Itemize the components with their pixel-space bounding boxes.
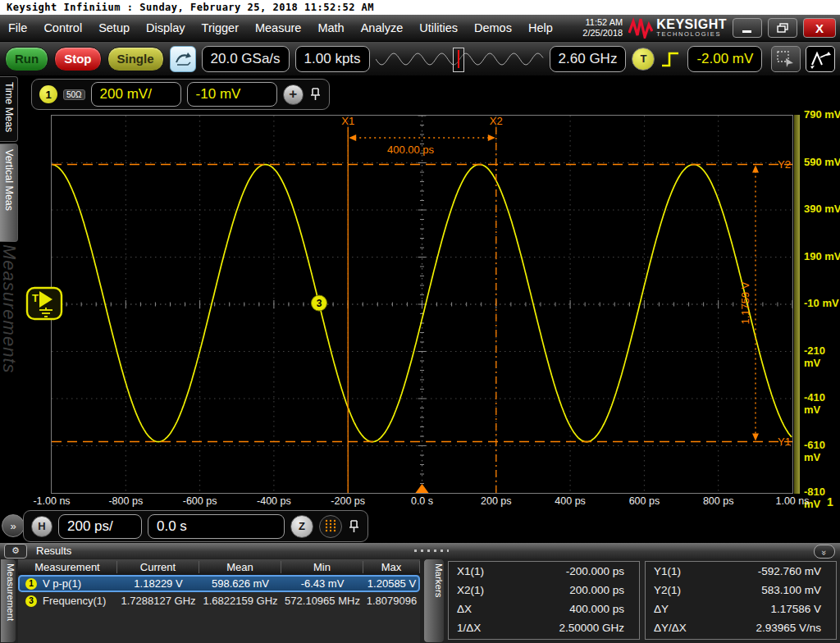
measurement-current: 1.18229 V bbox=[117, 577, 199, 590]
x-axis-tick-label: 400 ps bbox=[555, 495, 586, 507]
y-axis-tick-label: 790 mV bbox=[804, 108, 840, 121]
y-axis-tick-label: -10 mV bbox=[804, 297, 840, 310]
menu-item-help[interactable]: Help bbox=[520, 15, 561, 41]
measurement-mean: 598.626 mV bbox=[199, 577, 281, 590]
marker-label: X2(1) bbox=[449, 584, 509, 596]
trigger-level-field[interactable]: -2.00 mV bbox=[687, 46, 762, 72]
chevron-right-icon: » bbox=[10, 520, 16, 532]
rising-edge-icon[interactable] bbox=[660, 48, 682, 70]
trigger-level-icon[interactable]: T bbox=[25, 286, 64, 321]
channel-1-badge[interactable]: 1 bbox=[39, 85, 57, 103]
marker-label: Y1(1) bbox=[646, 565, 706, 577]
hpos-cursor[interactable] bbox=[453, 48, 464, 72]
marker-readout-row: ΔY/ΔX2.93965 V/ns bbox=[646, 618, 836, 637]
window-title: Keysight Infiniium : Sunday, February 25… bbox=[0, 0, 840, 15]
menu-item-trigger[interactable]: Trigger bbox=[194, 15, 247, 41]
horizontal-position-widget[interactable] bbox=[376, 45, 544, 73]
zoom-button[interactable]: Z bbox=[290, 515, 313, 538]
marker-label: ΔX bbox=[449, 603, 509, 615]
brand-text: KEYSIGHT TECHNOLOGIES bbox=[656, 18, 727, 38]
x-axis-tick-label: -200 ps bbox=[331, 495, 365, 507]
results-panel: ⚙ Results » Measurement « MeasurementCur… bbox=[0, 543, 840, 643]
y-axis-tick-label: 590 mV bbox=[804, 156, 840, 169]
column-header-current: Current bbox=[117, 561, 199, 573]
clock: 11:52 AM 2/25/2018 bbox=[582, 17, 623, 39]
waveform-plot[interactable]: X1X2Y2Y1400.00 ps1.1759 V3 bbox=[51, 115, 793, 494]
single-button[interactable]: Single bbox=[107, 47, 164, 71]
chevron-collapse-icon: » bbox=[819, 550, 829, 553]
menu-item-control[interactable]: Control bbox=[35, 15, 90, 41]
marker-label: 1/ΔX bbox=[449, 622, 509, 634]
brand-subtitle: TECHNOLOGIES bbox=[656, 31, 727, 38]
y1-marker-label: Y1 bbox=[778, 436, 791, 448]
measurement-row[interactable]: 3Frequency(1)1.7288127 GHz1.6822159 GHz5… bbox=[18, 592, 420, 609]
measurement-name-cell: 3Frequency(1) bbox=[18, 595, 117, 607]
marker-value: 2.93965 V/ns bbox=[706, 622, 821, 634]
minimize-button[interactable] bbox=[733, 18, 762, 38]
y-axis-tick-label: 190 mV bbox=[804, 250, 840, 263]
waveform-area: Time Meas Vertical Meas Measurements 1 5… bbox=[0, 76, 840, 543]
marker-value: 1.17586 V bbox=[706, 603, 821, 615]
restore-button[interactable] bbox=[768, 18, 797, 38]
segmented-display-button[interactable] bbox=[319, 515, 342, 538]
measurement-min: -6.43 mV bbox=[281, 577, 363, 590]
measurement-name-cell: 1V p-p(1) bbox=[18, 577, 117, 590]
menu-item-demos[interactable]: Demos bbox=[466, 15, 520, 41]
tab-measurement[interactable]: Measurement bbox=[0, 559, 16, 643]
results-settings-button[interactable]: ⚙ bbox=[4, 544, 27, 559]
marker-y-readouts: Y1(1)-592.760 mVY2(1)583.100 mVΔY1.17586… bbox=[645, 561, 837, 640]
measurement-name: Frequency(1) bbox=[43, 595, 106, 607]
timebase-position-field[interactable]: 0.0 s bbox=[148, 514, 285, 539]
marker-readout-row: X1(1)-200.000 ps bbox=[449, 562, 639, 581]
waveform-zoom-button[interactable] bbox=[806, 46, 835, 72]
menu-item-setup[interactable]: Setup bbox=[90, 15, 138, 41]
timebase-scale-field[interactable]: 200 ps/ bbox=[58, 514, 142, 539]
marker-label: Y2(1) bbox=[646, 584, 706, 596]
trigger-frequency-field[interactable]: 2.60 GHz bbox=[550, 46, 627, 72]
menu-item-display[interactable]: Display bbox=[138, 15, 194, 41]
tab-markers[interactable]: Markers bbox=[423, 559, 445, 643]
svg-text:T: T bbox=[32, 292, 39, 304]
marker-readout-row: Y1(1)-592.760 mV bbox=[646, 562, 836, 581]
trigger-time-marker[interactable] bbox=[416, 484, 429, 493]
restore-icon bbox=[776, 22, 789, 34]
delta-x-value-label: 400.00 ps bbox=[387, 144, 435, 156]
pin-icon[interactable] bbox=[348, 519, 360, 534]
menu-bar: FileControlSetupDisplayTriggerMeasureMat… bbox=[0, 15, 840, 42]
toolbar-right bbox=[771, 46, 835, 72]
menu-item-file[interactable]: File bbox=[0, 15, 35, 41]
measurement-badge: 1 bbox=[25, 578, 37, 590]
zoom-z-icon: Z bbox=[299, 520, 305, 532]
measurement-row[interactable]: 1V p-p(1)1.18229 V598.626 mV-6.43 mV1.20… bbox=[18, 575, 420, 592]
results-drag-handle[interactable] bbox=[414, 550, 449, 552]
oscilloscope-screen: Keysight Infiniium : Sunday, February 25… bbox=[0, 0, 840, 643]
expand-left-button[interactable]: » bbox=[2, 514, 25, 537]
touch-button[interactable] bbox=[170, 46, 196, 72]
horizontal-badge[interactable]: H bbox=[31, 516, 52, 537]
marker-value: -592.760 mV bbox=[706, 565, 821, 577]
tab-vertical-meas[interactable]: Vertical Meas bbox=[0, 144, 18, 242]
delta-y-value-label: 1.1759 V bbox=[739, 281, 751, 324]
run-button[interactable]: Run bbox=[5, 47, 48, 71]
sample-rate-field[interactable]: 20.0 GSa/s bbox=[202, 46, 290, 72]
channel-1-controls: 1 50Ω 200 mV/ -10 mV + bbox=[31, 79, 330, 110]
memory-depth-field[interactable]: 1.00 kpts bbox=[295, 46, 370, 72]
add-channel-button[interactable]: + bbox=[283, 84, 304, 105]
results-collapse-button[interactable]: » bbox=[814, 545, 835, 559]
x-axis-tick-label: 200 ps bbox=[481, 495, 512, 507]
menu-item-measure[interactable]: Measure bbox=[247, 15, 309, 41]
menu-item-math[interactable]: Math bbox=[309, 15, 352, 41]
tab-time-meas[interactable]: Time Meas bbox=[0, 76, 18, 142]
pin-icon[interactable] bbox=[309, 87, 322, 102]
menu-item-utilities[interactable]: Utilities bbox=[411, 15, 466, 41]
region-select-button[interactable] bbox=[771, 46, 801, 72]
stop-button[interactable]: Stop bbox=[54, 47, 101, 71]
close-button[interactable]: X bbox=[803, 18, 836, 38]
menu-item-analyze[interactable]: Analyze bbox=[353, 15, 412, 41]
trigger-badge[interactable]: T bbox=[632, 48, 655, 71]
channel-impedance: 50Ω bbox=[63, 89, 85, 100]
x-axis-tick-label: 800 ps bbox=[703, 495, 734, 507]
channel-offset-field[interactable]: -10 mV bbox=[187, 82, 277, 107]
y2-marker-label: Y2 bbox=[778, 158, 791, 171]
channel-scale-field[interactable]: 200 mV/ bbox=[91, 82, 181, 107]
